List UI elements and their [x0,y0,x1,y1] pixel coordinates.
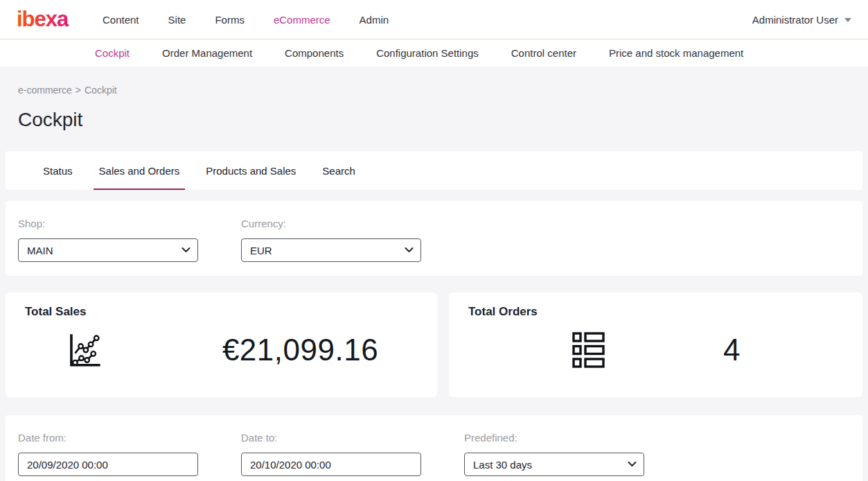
shop-label: Shop: [18,218,198,229]
breadcrumb-separator: > [76,85,81,96]
total-sales-card: Total Sales €21,099.16 [6,292,437,397]
breadcrumb: e-commerce>Cockpit [18,85,868,96]
nav-item-admin[interactable]: Admin [360,14,389,26]
nav-item-ecommerce[interactable]: eCommerce [274,14,330,26]
date-to-label: Date to: [241,432,421,444]
subnav-item-components[interactable]: Components [285,47,344,59]
user-menu[interactable]: Administrator User [752,14,851,26]
predefined-select[interactable]: Last 30 days [464,453,644,476]
currency-filter: Currency: EUR [241,218,421,262]
ecommerce-sub-nav: Cockpit Order Management Components Conf… [0,40,868,67]
ibexa-logo[interactable]: ibexa [17,8,75,31]
currency-label: Currency: [241,218,421,229]
total-sales-title: Total Sales [25,305,418,319]
tab-products-and-sales[interactable]: Products and Sales [204,151,297,190]
breadcrumb-current: Cockpit [85,85,117,96]
breadcrumb-ecommerce[interactable]: e-commerce [18,85,72,96]
subnav-item-configuration-settings[interactable]: Configuration Settings [376,47,479,59]
orders-list-icon [571,331,605,369]
caret-down-icon [844,18,851,22]
svg-text:ibexa: ibexa [17,8,69,31]
total-sales-value: €21,099.16 [222,333,378,367]
line-chart-icon [64,330,105,370]
main-nav: Content Site Forms eCommerce Admin [103,14,389,26]
nav-item-forms[interactable]: Forms [215,14,245,26]
date-from-filter: Date from: [18,432,198,481]
subnav-item-order-management[interactable]: Order Management [162,47,252,59]
predefined-filter: Predefined: Last 30 days [464,432,644,481]
top-bar: ibexa Content Site Forms eCommerce Admin… [0,0,868,40]
shop-filter: Shop: MAIN [18,218,198,262]
user-menu-label: Administrator User [752,14,838,26]
total-orders-card: Total Orders 4 [449,292,862,397]
kpi-cards-row: Total Sales €21,099.16 [6,292,862,397]
tab-status[interactable]: Status [42,151,74,190]
total-orders-title: Total Orders [468,305,843,319]
subnav-item-control-center[interactable]: Control center [511,47,576,59]
nav-item-content[interactable]: Content [103,14,139,26]
page-title: Cockpit [18,108,868,132]
tab-sales-and-orders[interactable]: Sales and Orders [98,151,181,190]
currency-select[interactable]: EUR [241,238,421,262]
date-to-input[interactable] [241,453,421,476]
date-from-label: Date from: [18,432,198,444]
predefined-label: Predefined: [464,432,644,444]
shop-currency-filter-panel: Shop: MAIN Currency: EUR [6,201,862,276]
date-from-input[interactable] [18,453,198,476]
tab-search[interactable]: Search [321,151,357,190]
subnav-item-cockpit[interactable]: Cockpit [95,47,130,59]
subnav-item-price-stock-management[interactable]: Price and stock management [609,47,743,59]
shop-select[interactable]: MAIN [18,238,198,262]
cockpit-tabs: Status Sales and Orders Products and Sal… [6,151,862,190]
date-filter-panel: Date from: Date to: Predefined: Last 30 … [6,415,862,481]
date-to-filter: Date to: [241,432,421,481]
ibexa-logo-icon: ibexa [17,8,75,31]
total-orders-value: 4 [723,333,741,367]
nav-item-site[interactable]: Site [168,14,186,26]
